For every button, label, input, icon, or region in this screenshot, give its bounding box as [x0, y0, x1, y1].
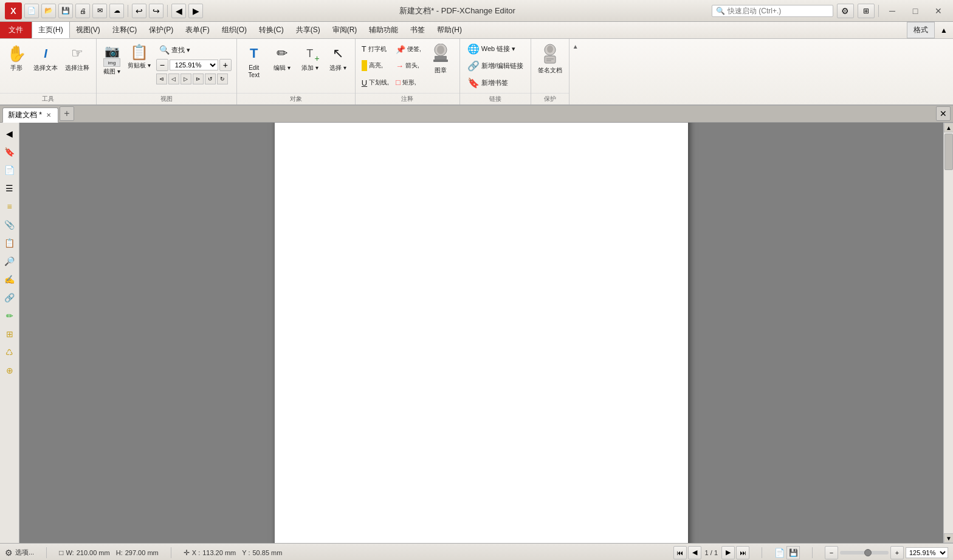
new-tab-button[interactable]: +	[60, 106, 74, 121]
ribbon-collapse-btn[interactable]: ▲	[935, 26, 953, 35]
zoom-value-select[interactable]: 125.91%	[906, 547, 948, 558]
sign-doc-icon	[539, 44, 561, 66]
nav-last-btn[interactable]: ⊳	[193, 73, 204, 84]
menu-home[interactable]: 主页(H)	[32, 22, 70, 38]
find-button[interactable]: 🔍 查找 ▾	[156, 43, 232, 57]
zoom-slider-track[interactable]	[840, 551, 889, 555]
menu-review[interactable]: 审阅(R)	[326, 22, 363, 38]
sidebar-fields-tool[interactable]: 📋	[1, 234, 18, 251]
add-bookmark-button[interactable]: 🔖 新增书签	[465, 75, 511, 90]
menu-file[interactable]: 文件	[0, 22, 32, 38]
app-logo: X	[5, 2, 22, 19]
menu-bookmark[interactable]: 书签	[404, 22, 431, 38]
stamp-button[interactable]: 图章	[425, 41, 456, 77]
sign-doc-button[interactable]: 签名文档	[535, 41, 565, 77]
menu-help[interactable]: 帮助(H)	[431, 22, 468, 38]
open-file-button[interactable]: 📂	[41, 4, 56, 18]
sidebar-collapse-tool[interactable]: ◀	[1, 125, 18, 142]
zoom-plus-button[interactable]: +	[219, 59, 232, 71]
minimize-button[interactable]: ─	[882, 3, 902, 19]
search-input[interactable]	[728, 7, 825, 15]
edit-annot-button[interactable]: ✏ 编辑 ▾	[269, 41, 295, 74]
zoom-out-status-button[interactable]: −	[825, 546, 838, 559]
select-text-button[interactable]: I 选择文本	[30, 41, 61, 74]
menu-format[interactable]: 格式	[907, 22, 935, 38]
nav-prev-btn[interactable]: ◁	[168, 73, 179, 84]
sidebar-signatures-tool[interactable]: ✍	[1, 271, 18, 288]
next-button[interactable]: ▶	[188, 4, 203, 18]
select-object-button[interactable]: ↖ 选择 ▾	[325, 41, 351, 74]
sidebar-layers-tool[interactable]: ⊞	[1, 326, 18, 343]
active-tab[interactable]: 新建文档 * ✕	[2, 108, 58, 123]
select-annot-button[interactable]: ☞ 选择注释	[62, 41, 92, 74]
page-first-button[interactable]: ⏮	[673, 546, 687, 559]
search-icon: 🔍	[716, 7, 725, 15]
hand-tool-button[interactable]: ✋ 手形	[4, 41, 29, 74]
page-next-button[interactable]: ▶	[721, 546, 735, 559]
sidebar-search-tool[interactable]: 🔎	[1, 253, 18, 270]
menu-access[interactable]: 辅助功能	[363, 22, 404, 38]
sidebar-edit-tool[interactable]: ✏	[1, 307, 18, 324]
expand-button[interactable]: ⊞	[858, 4, 875, 18]
scroll-thumb[interactable]	[944, 134, 953, 170]
edit-text-button[interactable]: T EditText	[241, 41, 267, 81]
print-button[interactable]: 🖨	[75, 4, 90, 18]
arrow-button[interactable]: → 箭头,	[393, 60, 424, 72]
sidebar-bookmark-tool[interactable]: 🔖	[1, 143, 18, 160]
add-edit-link-button[interactable]: 🔗 新增/编辑链接	[465, 58, 526, 73]
quick-search-box[interactable]: 🔍	[712, 5, 833, 17]
save-status-button[interactable]: 💾	[786, 546, 800, 559]
close-button[interactable]: ✕	[929, 3, 948, 19]
page-info: 1 / 1	[703, 549, 720, 556]
menu-protect[interactable]: 保护(P)	[143, 22, 179, 38]
menu-org[interactable]: 组织(O)	[216, 22, 253, 38]
prev-button[interactable]: ◀	[171, 4, 186, 18]
redo-button[interactable]: ↪	[149, 4, 163, 18]
scroll-down-button[interactable]: ▼	[944, 533, 953, 543]
new-file-button[interactable]: 📄	[24, 4, 39, 18]
zoom-in-status-button[interactable]: +	[890, 546, 904, 559]
underline-button[interactable]: U 下划线,	[359, 77, 391, 89]
rotate-left-btn[interactable]: ↺	[205, 73, 216, 84]
page-last-button[interactable]: ⏭	[736, 546, 749, 559]
sticky-note-button[interactable]: 📌 便签,	[393, 43, 424, 56]
page-prev-button[interactable]: ◀	[688, 546, 701, 559]
email-button[interactable]: ✉	[92, 4, 107, 18]
add-button[interactable]: T+ 添加 ▾	[297, 41, 323, 74]
scroll-track[interactable]	[944, 132, 953, 533]
highlight-button[interactable]: H 高亮,	[359, 58, 391, 73]
menu-form[interactable]: 表单(F)	[179, 22, 215, 38]
screenshot-button[interactable]: 📷 img 截图 ▾	[100, 41, 123, 78]
undo-button[interactable]: ↩	[132, 4, 146, 18]
scroll-up-button[interactable]: ▲	[944, 123, 953, 132]
tab-close-button[interactable]: ✕	[44, 111, 53, 120]
typewriter-button[interactable]: T 打字机	[359, 43, 391, 55]
web-link-button[interactable]: 🌐 Web 链接 ▾	[465, 41, 518, 56]
nav-next-btn[interactable]: ▷	[181, 73, 191, 84]
upload-button[interactable]: ☁	[109, 4, 124, 18]
menu-annot[interactable]: 注释(C)	[106, 22, 143, 38]
maximize-button[interactable]: □	[906, 3, 925, 19]
menu-view[interactable]: 视图(V)	[70, 22, 106, 38]
sidebar-annot-list-tool[interactable]: ≡	[1, 198, 18, 215]
sidebar-settings-tool[interactable]: ⊕	[1, 362, 18, 379]
zoom-minus-button[interactable]: −	[156, 59, 168, 71]
menu-convert[interactable]: 转换(C)	[253, 22, 290, 38]
rotate-right-btn[interactable]: ↻	[217, 73, 228, 84]
sidebar-links-tool[interactable]: 🔗	[1, 289, 18, 306]
tab-close-right-button[interactable]: ✕	[936, 106, 951, 121]
canvas-area[interactable]	[19, 123, 943, 543]
sidebar-content-tool[interactable]: ☰	[1, 180, 18, 197]
nav-first-btn[interactable]: ⊲	[156, 73, 167, 84]
menu-share[interactable]: 共享(S)	[290, 22, 326, 38]
sidebar-pages-tool[interactable]: 📄	[1, 162, 18, 179]
save-button[interactable]: 💾	[58, 4, 73, 18]
clipboard-button[interactable]: 📋 剪贴板 ▾	[125, 41, 154, 72]
collapse-ribbon-button[interactable]: ▲	[571, 41, 580, 51]
settings-label[interactable]: 选项...	[15, 548, 34, 557]
rect-button[interactable]: □ 矩形,	[393, 76, 424, 89]
toolbar-settings-button[interactable]: ⚙	[837, 4, 854, 18]
zoom-select[interactable]: 125.91% 50% 75% 100% 150% 200%	[170, 60, 218, 70]
sidebar-undo-tool[interactable]: ♺	[1, 344, 18, 361]
sidebar-attachment-tool[interactable]: 📎	[1, 216, 18, 233]
